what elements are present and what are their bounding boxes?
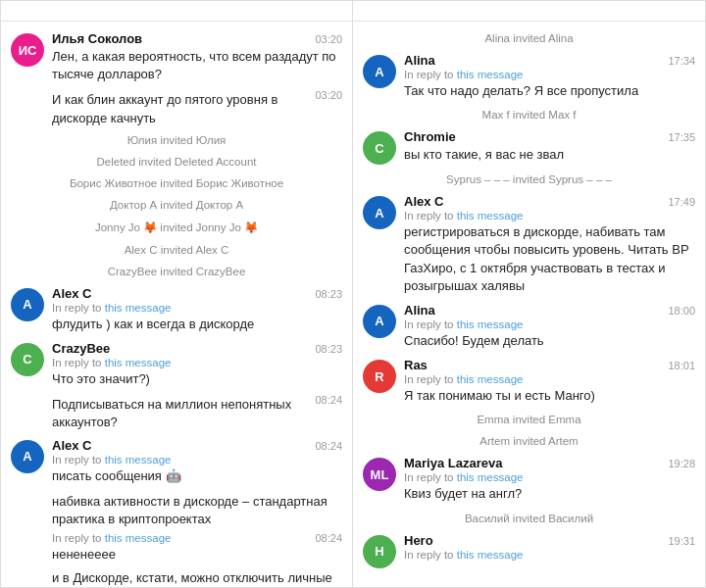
system-message: Jonny Jo 🦊 invited Jonny Jo 🦊 <box>1 216 352 239</box>
message-text: Спасибо! Будем делать <box>404 332 695 350</box>
avatar: ML <box>363 458 396 491</box>
message-body: Mariya Lazareva19:28In reply to this mes… <box>404 456 695 503</box>
avatar: R <box>363 360 396 393</box>
message-text: И как блин аккаунт до пятого уровня в ди… <box>52 91 309 126</box>
system-message: Alina invited Alina <box>353 27 705 49</box>
avatar: C <box>363 131 396 165</box>
panel-right-header <box>353 1 705 22</box>
reply-label: In reply to this message <box>404 210 695 221</box>
message-time: 17:49 <box>668 196 695 208</box>
message-header: Hero19:31 <box>404 533 695 548</box>
reply-link[interactable]: this message <box>105 357 172 368</box>
message-time: 18:01 <box>668 360 695 371</box>
message-text: нененееее <box>52 546 342 564</box>
message-body: Ras18:01In reply to this messageЯ так по… <box>404 358 695 405</box>
reply-link[interactable]: this message <box>457 210 524 221</box>
message-time: 08:23 <box>315 343 342 355</box>
avatar: A <box>363 55 396 88</box>
reply-label: In reply to this message <box>52 302 342 314</box>
avatar: A <box>363 196 396 229</box>
message-header: Илья Соколов03:20 <box>52 31 342 46</box>
reply-link[interactable]: this message <box>457 549 524 561</box>
message-header: Alex C17:49 <box>404 194 695 209</box>
message-author: Ras <box>404 358 428 372</box>
message-row: CCrazyBee08:23In reply to this messageЧт… <box>1 337 352 392</box>
reply-link[interactable]: this message <box>457 471 524 483</box>
message-row: ИСИлья Соколов03:20Лен, а какая вероятно… <box>1 27 352 87</box>
system-message: CrazyBee invited CrazyBee <box>1 261 352 282</box>
avatar: A <box>363 305 396 338</box>
system-message: Василий invited Василий <box>353 508 705 529</box>
message-text: регистрироваться в дискорде, набивать та… <box>404 223 695 295</box>
message-text: Квиз будет на англ? <box>404 485 695 503</box>
message-author: Alina <box>404 53 435 68</box>
message-author: Alex C <box>404 194 443 209</box>
message-author: Илья Соколов <box>52 31 142 46</box>
message-time: 17:34 <box>668 55 695 67</box>
message-time: 18:00 <box>668 305 695 317</box>
message-text: Я так понимаю ты и есть Манго) <box>404 387 695 405</box>
message-author: Chromie <box>404 129 456 144</box>
panel-right: Alina invited AlinaAAlina17:34In reply t… <box>353 0 706 588</box>
message-time: 03:20 <box>315 89 342 101</box>
message-header: Ras18:01 <box>404 358 695 372</box>
reply-label: In reply to this message <box>52 454 342 466</box>
message-body: Hero19:31In reply to this message <box>404 533 695 561</box>
message-continued: и в Дискорде, кстати, можно отключить ли… <box>1 565 352 587</box>
panel-left-messages[interactable]: ИСИлья Соколов03:20Лен, а какая вероятно… <box>1 22 352 587</box>
system-message: Юлия invited Юлия <box>1 129 352 151</box>
system-message: Доктор А invited Доктор А <box>1 194 352 216</box>
avatar: A <box>11 440 44 473</box>
message-text: вы кто такие, я вас не звал <box>404 146 695 164</box>
panel-left: ИСИлья Соколов03:20Лен, а какая вероятно… <box>0 0 353 588</box>
message-header: Mariya Lazareva19:28 <box>404 456 695 470</box>
message-author: CrazyBee <box>52 341 110 356</box>
avatar: A <box>11 288 44 321</box>
message-body: CrazyBee08:23In reply to this messageЧто… <box>52 341 342 388</box>
reply-link[interactable]: this message <box>457 69 524 80</box>
panel-right-messages[interactable]: Alina invited AlinaAAlina17:34In reply t… <box>353 22 705 587</box>
reply-link[interactable]: this message <box>105 532 172 544</box>
message-row: AAlex C17:49In reply to this messageреги… <box>353 190 705 299</box>
system-message: Борис Животное invited Борис Животное <box>1 172 352 194</box>
message-continued: Подписываться на миллион непонятных акка… <box>1 392 352 433</box>
reply-link[interactable]: this message <box>105 454 172 466</box>
reply-link[interactable]: this message <box>457 373 524 385</box>
avatar: ИС <box>11 33 44 67</box>
message-time: 03:20 <box>315 33 342 45</box>
message-row: HHero19:31In reply to this message <box>353 529 705 572</box>
reply-label: In reply to this message <box>404 549 695 561</box>
message-row: AAlex C08:23In reply to this messageфлуд… <box>1 282 352 337</box>
message-body: Alex C17:49In reply to this messageрегис… <box>404 194 695 295</box>
message-continued: набивка активности в дискорде – стандарт… <box>1 489 352 530</box>
message-header: Alina17:34 <box>404 53 695 68</box>
message-body: Alex C08:24In reply to this messageписат… <box>52 438 342 485</box>
message-author: Alex C <box>52 438 91 453</box>
message-row: AAlina17:34In reply to this messageТак ч… <box>353 49 705 104</box>
system-message: Max f invited Max f <box>353 104 705 125</box>
message-body: Chromie17:35вы кто такие, я вас не звал <box>404 129 695 164</box>
message-text: и в Дискорде, кстати, можно отключить ли… <box>52 569 342 587</box>
message-header: Alina18:00 <box>404 303 695 318</box>
reply-link[interactable]: this message <box>105 302 172 314</box>
message-text: Так что надо делать? Я все пропустила <box>404 82 695 100</box>
system-message: Artem invited Artem <box>353 430 705 452</box>
message-time: 19:31 <box>668 535 695 547</box>
system-message: Alex C invited Alex C <box>1 239 352 261</box>
message-time: 08:24 <box>315 440 342 452</box>
system-message: Syprus – – – invited Syprus – – – <box>353 169 705 190</box>
message-time: 08:23 <box>315 288 342 300</box>
reply-label: In reply to this message <box>52 532 171 544</box>
message-header: Chromie17:35 <box>404 129 695 144</box>
reply-label: In reply to this message <box>404 471 695 483</box>
reply-label: In reply to this message <box>404 318 695 330</box>
reply-link[interactable]: this message <box>457 318 524 330</box>
reply-label: In reply to this message <box>52 357 342 368</box>
reply-label: In reply to this message <box>404 69 695 80</box>
message-text: писать сообщения 🤖 <box>52 467 342 485</box>
message-text: Что это значит?) <box>52 370 342 388</box>
message-body: Alex C08:23In reply to this messageфлуди… <box>52 286 342 333</box>
message-row: CChromie17:35вы кто такие, я вас не звал <box>353 125 705 169</box>
message-header: CrazyBee08:23 <box>52 341 342 356</box>
panel-left-header <box>1 1 352 22</box>
